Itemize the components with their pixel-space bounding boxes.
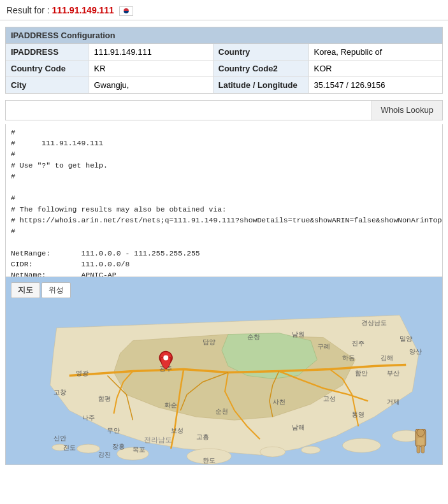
svg-text:나주: 나주 (82, 414, 95, 421)
svg-text:남원: 남원 (292, 330, 305, 337)
flag-icon (119, 6, 133, 16)
svg-text:화순: 화순 (164, 401, 177, 408)
header-section: Result for : 111.91.149.111 (0, 0, 448, 20)
map-tab-0[interactable]: 지도 (11, 282, 40, 298)
svg-text:보성: 보성 (171, 427, 184, 434)
config-row-1: Country Code KR Country Code2 KOR (6, 60, 442, 76)
config-value-1-1: KR (89, 60, 213, 76)
svg-text:고흥: 고흥 (196, 433, 209, 440)
svg-point-6 (77, 444, 100, 453)
config-label-2-1: City (6, 76, 89, 93)
svg-text:부산: 부산 (387, 370, 400, 377)
svg-text:양산: 양산 (409, 347, 422, 354)
svg-text:고창: 고창 (54, 389, 66, 396)
config-section: IPADDRESS Configuration IPADDRESS 111.91… (5, 27, 443, 94)
svg-text:완도: 완도 (203, 457, 215, 464)
whois-content: # # 111.91.149.111 # # Use "?" to get he… (6, 124, 442, 277)
svg-text:진주: 진주 (352, 339, 365, 346)
map-pegman-icon[interactable] (412, 429, 430, 456)
svg-text:남해: 남해 (292, 424, 305, 431)
svg-text:강진: 강진 (98, 451, 111, 458)
config-label-2-2: Latitude / Longitude (213, 76, 308, 93)
config-row-2: City Gwangju, Latitude / Longitude 35.15… (6, 76, 442, 93)
svg-text:전라남도: 전라남도 (144, 436, 172, 443)
config-label-1-1: Country Code (6, 60, 89, 76)
result-label: Result for : 111.91.149.111 (6, 5, 133, 15)
svg-text:함평: 함평 (98, 395, 111, 402)
svg-text:신안: 신안 (54, 435, 66, 442)
config-header: IPADDRESS Configuration (6, 27, 442, 44)
ip-address-display: 111.91.149.111 (52, 5, 114, 15)
config-value-2-1: Gwangju, (89, 76, 213, 93)
result-text: Result for : (6, 5, 50, 15)
config-value-2-2: 35.1547 / 126.9156 (308, 76, 442, 93)
map-tab-1[interactable]: 위성 (41, 282, 71, 298)
svg-point-44 (163, 355, 168, 360)
config-value-0-1: 111.91.149.111 (89, 44, 213, 61)
svg-text:영광: 영광 (76, 370, 89, 377)
svg-text:김해: 김해 (380, 354, 393, 361)
svg-point-46 (417, 429, 424, 436)
config-value-0-2: Korea, Republic of (308, 44, 442, 61)
map-tabs: 지도위성 (11, 282, 71, 298)
svg-text:밀양: 밀양 (400, 335, 412, 342)
svg-text:거제: 거제 (387, 398, 400, 405)
svg-text:함안: 함안 (355, 370, 368, 377)
svg-text:장흥: 장흥 (112, 443, 125, 450)
map-canvas: 광주 담양 순창 남원 구례 하동 진주 경상남도 화순 순천 사천 고성 통영… (6, 277, 442, 464)
svg-rect-47 (417, 438, 424, 445)
whois-input[interactable] (6, 101, 372, 120)
whois-row: Whois Lookup (5, 100, 443, 120)
svg-text:목포: 목포 (133, 446, 145, 453)
svg-text:담양: 담양 (203, 338, 215, 345)
map-section: 지도위성 광주 (5, 277, 443, 465)
whois-lookup-button[interactable]: Whois Lookup (372, 101, 442, 120)
svg-text:하동: 하동 (342, 354, 355, 361)
svg-text:진도: 진도 (63, 444, 76, 451)
whois-output-panel[interactable]: # # 111.91.149.111 # # Use "?" to get he… (5, 124, 443, 277)
svg-point-8 (301, 446, 321, 454)
svg-rect-49 (421, 445, 424, 453)
config-table: IPADDRESS 111.91.149.111 Country Korea, … (6, 44, 442, 93)
config-value-1-2: KOR (308, 60, 442, 76)
svg-rect-48 (417, 445, 420, 453)
config-label-0-1: IPADDRESS (6, 44, 89, 61)
config-label-0-2: Country (213, 44, 308, 61)
svg-text:경상남도: 경상남도 (361, 319, 387, 326)
svg-text:순천: 순천 (215, 408, 228, 415)
svg-text:순창: 순창 (247, 333, 260, 340)
svg-point-4 (342, 438, 380, 452)
svg-text:사천: 사천 (273, 398, 285, 405)
svg-text:통영: 통영 (352, 411, 365, 418)
svg-text:무안: 무안 (108, 427, 120, 434)
svg-text:고성: 고성 (324, 395, 336, 402)
svg-text:구례: 구례 (317, 342, 330, 349)
svg-point-3 (260, 447, 285, 457)
config-label-1-2: Country Code2 (213, 60, 308, 76)
config-row-0: IPADDRESS 111.91.149.111 Country Korea, … (6, 44, 442, 61)
